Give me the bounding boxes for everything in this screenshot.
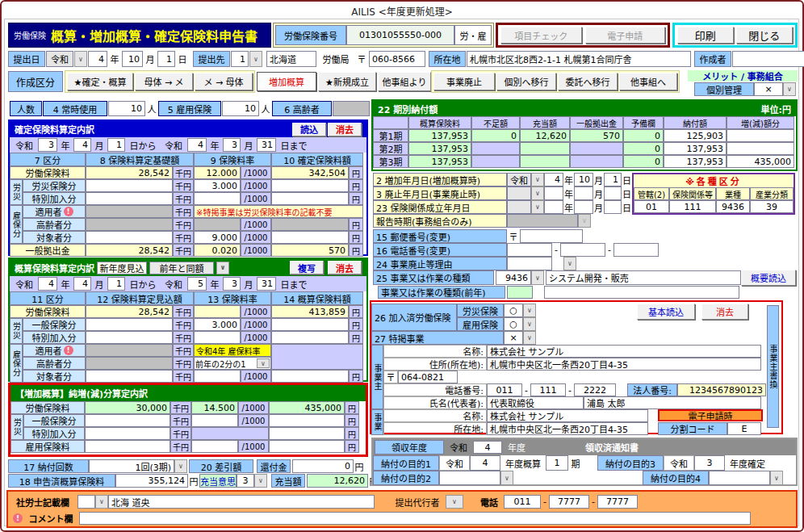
owner-tel3-field[interactable]: 2222 (574, 383, 616, 396)
zouka-day-field[interactable]: 1 (604, 173, 622, 186)
mokuteki4-field[interactable] (709, 471, 770, 485)
item-check-button[interactable]: 項目チェック (500, 27, 582, 44)
amount-field[interactable] (271, 318, 349, 331)
zouka-month-field[interactable]: 10 (574, 173, 593, 186)
owner-name-field[interactable]: 株式会社 サンプル (487, 345, 761, 358)
base-field[interactable] (85, 414, 170, 427)
rate-field[interactable]: 9.000 (194, 231, 241, 244)
tokkei-field[interactable]: × (504, 331, 523, 345)
amount-field[interactable] (269, 414, 345, 427)
gaisan-y2-field[interactable]: 5 (187, 277, 207, 291)
houjin-field[interactable]: 1234567890123 (677, 383, 766, 396)
submit-era-dropdown-icon[interactable] (74, 51, 87, 67)
bunkatsu-field[interactable]: E (727, 422, 761, 435)
seiritsu-era-select[interactable] (507, 200, 531, 214)
base-field[interactable] (85, 427, 170, 440)
rate-field[interactable] (194, 331, 241, 344)
base-field[interactable] (86, 370, 173, 383)
amount-field[interactable] (271, 192, 349, 205)
gaiyo-read-button[interactable]: 概要読込 (741, 270, 796, 286)
zouka-era-select[interactable]: 令和 (507, 173, 531, 186)
kobetsu-kanri-field[interactable]: × (754, 82, 783, 96)
mokuteki2-dropdown-icon[interactable] (500, 471, 513, 485)
tokkei-dropdown-icon[interactable] (523, 331, 536, 345)
base-field[interactable] (86, 192, 173, 205)
amount-field[interactable] (271, 370, 349, 383)
gaisan-d1-field[interactable]: 1 (107, 277, 125, 291)
seiritsu-month-field[interactable] (574, 200, 593, 214)
kakutei-d1-field[interactable]: 1 (107, 138, 125, 152)
mokuteki1-year-field[interactable]: 4 (470, 455, 500, 471)
base-field[interactable] (86, 318, 173, 331)
kubun-zouka-button-active[interactable]: 増加概算 (257, 72, 316, 91)
haishi-era-dropdown-icon[interactable] (531, 186, 544, 200)
rate-field[interactable] (194, 370, 241, 383)
business-addr-field[interactable]: 札幌市中央区北一条西20丁目4-35 (487, 422, 648, 435)
seiritsu-era-dropdown-icon[interactable] (531, 200, 544, 214)
tel-change-field3[interactable] (613, 243, 659, 257)
amount-field[interactable] (271, 331, 349, 344)
submit-day-field[interactable]: 1 (157, 51, 175, 67)
kubun-kobetsu-ikou-button[interactable]: 個別へ移行 (496, 73, 556, 90)
sagyo-code-field[interactable]: 9436 (496, 270, 531, 285)
mokuteki2-field[interactable] (439, 471, 500, 485)
sharoushi-code-field[interactable] (77, 495, 95, 509)
kakutei-m2-field[interactable]: 3 (223, 138, 241, 152)
rate-field[interactable] (194, 192, 241, 205)
rate-field[interactable] (191, 440, 238, 453)
kakutei-d2-field[interactable]: 31 (257, 138, 276, 152)
kobetsu-kanri-dropdown-icon[interactable] (783, 82, 796, 96)
shinkoku-field[interactable]: 355,124 (115, 474, 188, 488)
koyo-dropdown-icon[interactable] (523, 317, 536, 331)
close-button[interactable]: 閉じる (736, 27, 793, 44)
base-field[interactable] (86, 179, 173, 192)
zennen-field[interactable] (544, 286, 739, 299)
gaisan-m1-field[interactable]: 4 (73, 277, 91, 291)
mokuteki4-dropdown-icon[interactable] (770, 471, 783, 485)
amount-field[interactable] (269, 427, 345, 440)
amount-field[interactable] (271, 231, 349, 244)
mokuteki3-year-field[interactable]: 3 (694, 455, 725, 471)
owner-addr-field[interactable]: 札幌市中央区北一条西20丁目4-35 (487, 358, 761, 371)
submit-addr-field[interactable]: 札幌市北区北8西2-1-1 札幌第1合同庁舎 (467, 51, 691, 67)
kihon-read-button[interactable]: 基本読込 (637, 304, 695, 320)
gaisan-m2-field[interactable]: 3 (223, 277, 241, 291)
juto-ishi-dropdown-icon[interactable] (254, 474, 267, 488)
dounen-select[interactable]: 前年と同額 (149, 262, 214, 274)
submit-zip-field[interactable]: 060-8566 (369, 51, 425, 67)
kubun-me-botai-button[interactable]: メ → 母体 (195, 73, 253, 90)
print-button[interactable]: 印刷 (677, 27, 734, 44)
sharoushi-dropdown-icon[interactable] (95, 495, 108, 509)
tel1-field[interactable]: 011 (504, 495, 541, 509)
dounen-dropdown-icon[interactable] (216, 262, 229, 274)
rosai-hoken-field[interactable]: ○ (504, 304, 523, 317)
nofu-kaisu-field[interactable]: 1回(3期) (89, 459, 174, 473)
ninzu-v5-field[interactable]: 10 (222, 101, 259, 116)
kakutei-y1-field[interactable]: 3 (38, 138, 57, 152)
owner-zip-field[interactable]: 064-0821 (398, 371, 458, 383)
haishi-riyuu-field[interactable] (507, 257, 552, 270)
rate-field[interactable]: 3.000 (194, 179, 241, 192)
sagyo-shurui-field[interactable]: システム開発・販売 (546, 270, 741, 285)
tel3-field[interactable]: 7777 (597, 495, 638, 509)
kubun-shinki-button[interactable]: ★新規成立 (318, 72, 376, 91)
rosai-dropdown-icon[interactable] (523, 304, 536, 317)
zip-change-field[interactable] (520, 229, 583, 243)
sagyo-code-dropdown-icon[interactable] (531, 270, 544, 285)
owner-tel1-field[interactable]: 011 (487, 383, 522, 396)
business-name-field[interactable]: 株式会社 サンプル (487, 409, 648, 422)
jigyo-clear-button[interactable]: 消去 (701, 304, 748, 320)
tel-change-field2[interactable] (560, 243, 605, 257)
juto-ishi-field[interactable]: 3 (237, 474, 254, 488)
author-field[interactable] (732, 51, 804, 67)
kubun-botai-me-button[interactable]: 母体 → メ (135, 73, 193, 90)
hoken-number-field[interactable]: 01301055550-000 (346, 25, 454, 45)
base-field[interactable] (86, 331, 173, 344)
haishi-era-select[interactable] (507, 186, 531, 200)
jigyonushi-kakikae-button[interactable]: 事業主書換 (767, 305, 779, 428)
half-select[interactable]: 前年の2分の1 (194, 357, 271, 370)
gaisan-copy-button[interactable]: 複写 (290, 261, 324, 274)
zouka-era-dropdown-icon[interactable] (531, 173, 544, 186)
zennen-code-field[interactable] (507, 286, 533, 299)
submit-dest-dropdown-icon[interactable] (249, 51, 262, 67)
